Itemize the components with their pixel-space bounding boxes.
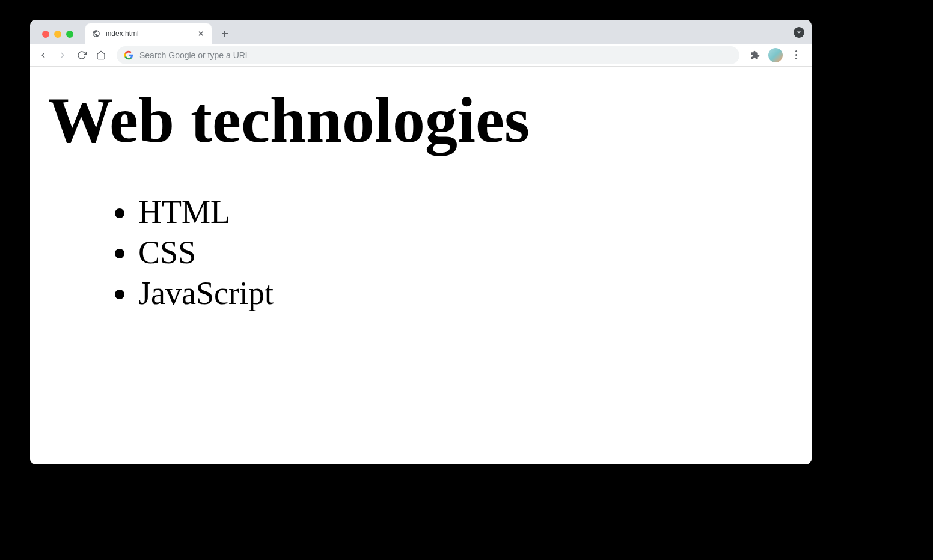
browser-window: index.html: [30, 20, 812, 464]
window-minimize-button[interactable]: [54, 31, 61, 38]
address-bar-placeholder: Search Google or type a URL: [139, 50, 732, 60]
new-tab-button[interactable]: [216, 25, 233, 42]
browser-toolbar: Search Google or type a URL: [30, 44, 812, 67]
tab-title: index.html: [106, 29, 196, 38]
page-content: Web technologies HTML CSS JavaScript: [30, 67, 812, 464]
home-button[interactable]: [93, 47, 109, 64]
tab-bar: index.html: [30, 20, 812, 44]
address-bar[interactable]: Search Google or type a URL: [117, 46, 739, 64]
back-button[interactable]: [35, 47, 52, 64]
technology-list: HTML CSS JavaScript: [48, 192, 794, 314]
page-heading: Web technologies: [48, 85, 794, 156]
google-icon: [124, 50, 133, 60]
browser-tab[interactable]: index.html: [85, 23, 212, 44]
window-maximize-button[interactable]: [66, 31, 73, 38]
list-item: CSS: [138, 233, 794, 273]
extensions-button[interactable]: [747, 47, 763, 64]
reload-button[interactable]: [73, 47, 90, 64]
window-controls: [37, 31, 78, 44]
list-item: JavaScript: [138, 273, 794, 314]
tab-close-button[interactable]: [196, 29, 206, 38]
tab-overflow-button[interactable]: [794, 27, 804, 38]
globe-icon: [91, 29, 101, 38]
toolbar-right: [747, 47, 807, 64]
browser-menu-button[interactable]: [788, 47, 804, 64]
forward-button[interactable]: [54, 47, 71, 64]
window-close-button[interactable]: [42, 31, 49, 38]
profile-avatar[interactable]: [768, 48, 783, 62]
list-item: HTML: [138, 192, 794, 233]
